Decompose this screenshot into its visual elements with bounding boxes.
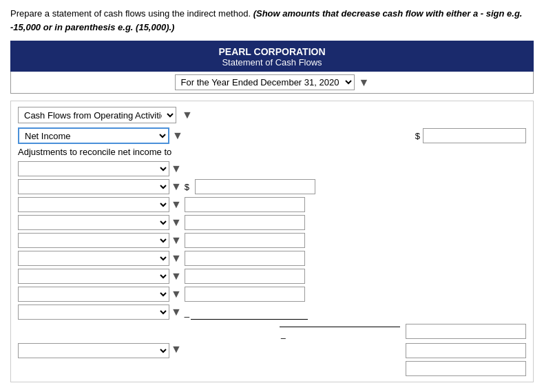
adj-arrow-1-icon: ▼ xyxy=(171,180,182,193)
year-row: For the Year Ended December 31, 2020 ▼ xyxy=(10,72,534,94)
adj-row-3: ▼ xyxy=(18,215,526,230)
bottom-section: ▼ xyxy=(18,343,526,376)
adj-select-last[interactable] xyxy=(18,305,169,320)
adj-arrow-6-icon: ▼ xyxy=(171,270,182,282)
subtotal-input[interactable] xyxy=(406,324,526,339)
net-income-select[interactable]: Net Income xyxy=(18,127,169,144)
adj-category-select[interactable] xyxy=(18,161,169,176)
adj-amount-input-last[interactable] xyxy=(191,305,308,320)
year-select[interactable]: For the Year Ended December 31, 2020 xyxy=(175,74,355,90)
final-select[interactable] xyxy=(18,343,169,358)
adj-arrow-2-icon: ▼ xyxy=(171,198,182,211)
adj-arrow-5-icon: ▼ xyxy=(171,252,182,265)
adj-amount-input-1[interactable] xyxy=(195,179,315,194)
net-income-arrow-icon: ▼ xyxy=(172,130,183,142)
adj-row-2: ▼ xyxy=(18,197,526,212)
net-income-row: Net Income ▼ $ xyxy=(18,127,526,144)
cash-flows-section-row: Cash Flows from Operating Activities ▼ xyxy=(18,107,526,123)
statement-title: Statement of Cash Flows xyxy=(17,57,527,68)
adj-arrow-3-icon: ▼ xyxy=(171,216,182,229)
adj-row-last: ▼ _ xyxy=(18,305,526,320)
main-form: Cash Flows from Operating Activities ▼ N… xyxy=(10,101,534,382)
adj-row-5: ▼ xyxy=(18,251,526,266)
adj-cat-arrow-icon: ▼ xyxy=(171,163,182,175)
adj-row-6: ▼ xyxy=(18,269,526,284)
adj-arrow-4-icon: ▼ xyxy=(171,234,182,247)
adjustments-label: Adjustments to reconcile net income to xyxy=(18,147,526,157)
instructions: Prepare a statement of cash flows using … xyxy=(10,7,534,34)
adj-amount-input-6[interactable] xyxy=(185,269,305,284)
adj-select-3[interactable] xyxy=(18,215,169,230)
net-income-amount-input[interactable] xyxy=(423,128,526,143)
instruction-text-normal: Prepare a statement of cash flows using … xyxy=(10,8,251,19)
subtotal-line xyxy=(280,327,400,327)
adj-select-2[interactable] xyxy=(18,197,169,212)
adj-select-7[interactable] xyxy=(18,287,169,302)
adj-select-5[interactable] xyxy=(18,251,169,266)
cash-flows-select[interactable]: Cash Flows from Operating Activities xyxy=(18,107,176,123)
adj-amount-input-7[interactable] xyxy=(185,287,305,302)
net-income-dollar: $ xyxy=(415,131,420,141)
adj-arrow-last-icon: ▼ xyxy=(171,306,182,318)
adj-amount-input-5[interactable] xyxy=(185,251,305,266)
cash-flows-arrow-icon: ▼ xyxy=(182,109,193,121)
adj-select-1[interactable] xyxy=(18,179,169,194)
underline-prefix: _ xyxy=(185,307,189,318)
adj-amount-input-2[interactable] xyxy=(185,197,305,212)
company-name: PEARL CORPORATION xyxy=(17,46,527,57)
final-amount-input-2[interactable] xyxy=(406,361,526,376)
subtotal-area: _ xyxy=(18,324,526,339)
total-line-marker: _ xyxy=(280,329,286,339)
adj-row-7: ▼ xyxy=(18,287,526,302)
final-amount-input-1[interactable] xyxy=(406,343,526,358)
adj-amount-input-3[interactable] xyxy=(185,215,305,230)
adj-select-4[interactable] xyxy=(18,233,169,248)
adj-row-1: ▼ $ xyxy=(18,179,526,194)
adj-amount-input-4[interactable] xyxy=(185,233,305,248)
adj-arrow-7-icon: ▼ xyxy=(171,288,182,300)
adj-dollar-1: $ xyxy=(185,182,189,192)
statement-header: PEARL CORPORATION Statement of Cash Flow… xyxy=(10,41,534,72)
adj-dropdown-only-row: ▼ xyxy=(18,161,526,176)
final-arrow-icon: ▼ xyxy=(171,343,182,355)
year-arrow-icon: ▼ xyxy=(359,76,370,89)
adj-select-6[interactable] xyxy=(18,269,169,284)
adj-row-4: ▼ xyxy=(18,233,526,248)
